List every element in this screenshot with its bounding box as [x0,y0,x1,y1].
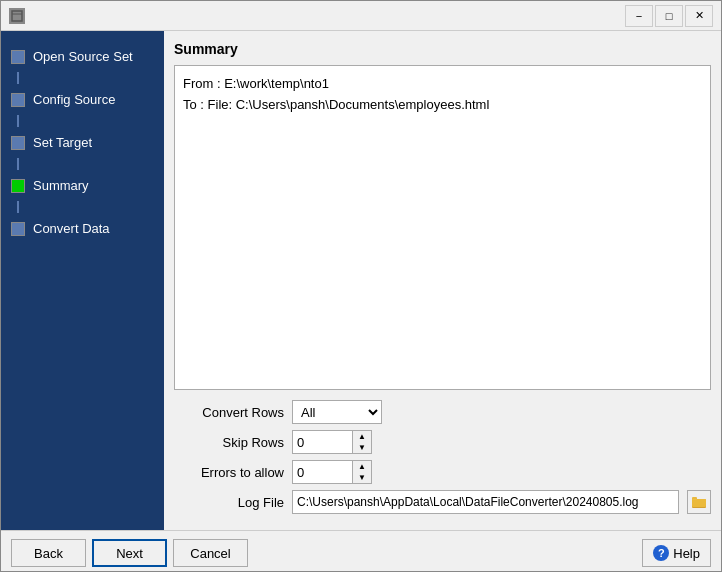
connector-2 [17,115,19,127]
errors-up-btn[interactable]: ▲ [353,461,371,472]
main-content: Open Source Set Config Source Set Target… [1,31,721,530]
convert-rows-label: Convert Rows [174,405,284,420]
main-window: − □ ✕ Open Source Set Config Source Set … [0,0,722,572]
errors-spinner-btns: ▲ ▼ [352,460,372,484]
sidebar-label-summary: Summary [33,178,89,193]
sidebar-item-open-source-set[interactable]: Open Source Set [1,41,164,72]
summary-box: From : E:\work\temp\nto1 To : File: C:\U… [174,65,711,390]
connector-1 [17,72,19,84]
step-indicator-convert-data [11,222,25,236]
convert-rows-dropdown[interactable]: All Custom [292,400,382,424]
svg-rect-5 [692,499,706,507]
help-button[interactable]: ? Help [642,539,711,567]
skip-rows-spinner-btns: ▲ ▼ [352,430,372,454]
title-bar-controls: − □ ✕ [625,5,713,27]
help-icon: ? [653,545,669,561]
sidebar-label-open-source-set: Open Source Set [33,49,133,64]
sidebar-item-set-target[interactable]: Set Target [1,127,164,158]
step-indicator-open-source-set [11,50,25,64]
errors-down-btn[interactable]: ▼ [353,472,371,483]
right-panel: Summary From : E:\work\temp\nto1 To : Fi… [164,31,721,530]
log-file-input[interactable] [292,490,679,514]
errors-to-allow-input[interactable] [292,460,352,484]
summary-line-2: To : File: C:\Users\pansh\Documents\empl… [183,95,702,116]
sidebar-label-config-source: Config Source [33,92,115,107]
btn-left-group: Back Next Cancel [11,539,248,567]
log-file-browse-button[interactable] [687,490,711,514]
maximize-button[interactable]: □ [655,5,683,27]
errors-to-allow-label: Errors to allow [174,465,284,480]
back-button[interactable]: Back [11,539,86,567]
log-file-label: Log File [174,495,284,510]
skip-rows-down-btn[interactable]: ▼ [353,442,371,453]
section-title: Summary [174,41,711,57]
sidebar-item-summary[interactable]: Summary [1,170,164,201]
title-bar-left [9,8,25,24]
errors-spinner: ▲ ▼ [292,460,372,484]
button-bar: Back Next Cancel ? Help [1,530,721,571]
btn-right-group: ? Help [642,539,711,567]
skip-rows-label: Skip Rows [174,435,284,450]
help-label: Help [673,546,700,561]
sidebar: Open Source Set Config Source Set Target… [1,31,164,530]
errors-to-allow-row: Errors to allow ▲ ▼ [174,460,711,484]
cancel-button[interactable]: Cancel [173,539,248,567]
skip-rows-spinner: ▲ ▼ [292,430,372,454]
connector-4 [17,201,19,213]
convert-rows-row: Convert Rows All Custom [174,400,711,424]
log-file-row: Log File [174,490,711,514]
summary-line-1: From : E:\work\temp\nto1 [183,74,702,95]
app-icon [9,8,25,24]
sidebar-label-set-target: Set Target [33,135,92,150]
close-button[interactable]: ✕ [685,5,713,27]
step-indicator-config-source [11,93,25,107]
folder-icon [692,496,706,508]
skip-rows-up-btn[interactable]: ▲ [353,431,371,442]
sidebar-item-config-source[interactable]: Config Source [1,84,164,115]
sidebar-label-convert-data: Convert Data [33,221,110,236]
next-button[interactable]: Next [92,539,167,567]
title-bar: − □ ✕ [1,1,721,31]
skip-rows-input[interactable] [292,430,352,454]
svg-rect-0 [12,11,22,21]
step-indicator-summary [11,179,25,193]
sidebar-item-convert-data[interactable]: Convert Data [1,213,164,244]
step-indicator-set-target [11,136,25,150]
minimize-button[interactable]: − [625,5,653,27]
form-section: Convert Rows All Custom Skip Rows ▲ [174,400,711,520]
skip-rows-row: Skip Rows ▲ ▼ [174,430,711,454]
connector-3 [17,158,19,170]
convert-rows-control: All Custom [292,400,382,424]
